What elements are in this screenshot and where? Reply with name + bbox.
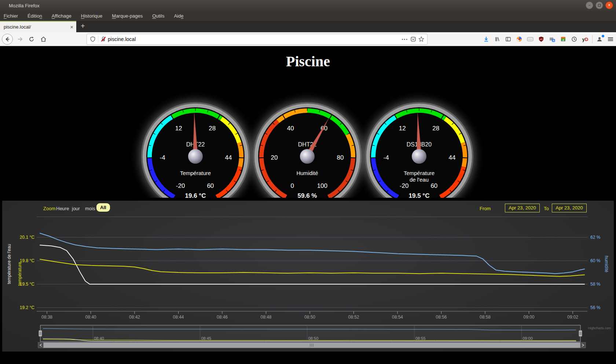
extension-pinwheel-icon[interactable] — [514, 34, 525, 45]
gauge-pivot — [300, 149, 315, 164]
toolbar-separator — [592, 35, 593, 43]
y-axis-title-humidity: humidité — [604, 256, 609, 272]
menu-edition[interactable]: Édition — [27, 13, 42, 19]
reload-button[interactable] — [27, 34, 36, 44]
navigator-handle-right[interactable] — [579, 330, 582, 337]
gauge-series-label: Température — [180, 170, 211, 176]
chart-container: Zoom Heure jour mois All From Apr 23, 20… — [2, 201, 614, 352]
download-icon[interactable] — [481, 34, 492, 45]
page-content: Piscine -20-412284460DHT22Température19.… — [0, 46, 616, 364]
y-axis-title-temp: température — [17, 262, 22, 286]
tab-close-icon[interactable]: × — [70, 24, 73, 30]
x-axis-label: 09:02 — [567, 315, 578, 320]
x-axis-label: 08:40 — [85, 315, 96, 320]
tracking-shield-icon[interactable] — [90, 36, 96, 42]
y-right-label: 62 % — [590, 235, 601, 240]
gauge-tick-label: 12 — [175, 125, 182, 132]
x-axis-label: 08:42 — [129, 315, 140, 320]
gauge-tick-label: -20 — [176, 182, 185, 189]
window-titlebar: Mozilla Firefox − × — [0, 0, 616, 11]
x-axis-label: 08:44 — [173, 315, 184, 320]
back-button[interactable] — [2, 34, 13, 45]
urlbar-separator — [98, 36, 98, 42]
svg-text:2: 2 — [562, 38, 564, 42]
bookmark-star-icon[interactable] — [418, 36, 424, 42]
new-tab-button[interactable]: + — [76, 21, 89, 32]
gauge-tick-label: 60 — [430, 182, 437, 189]
y-axis-title-water-temp: température de l'eau — [7, 244, 12, 284]
menu-affichage[interactable]: Affichage — [52, 13, 72, 19]
ydl-icon[interactable]: yD — [580, 34, 591, 45]
menu-marque-pages[interactable]: Marque-pages — [112, 13, 143, 19]
svg-text:uO: uO — [540, 38, 543, 40]
reload-icon — [29, 36, 34, 42]
url-text[interactable]: piscine.local — [108, 36, 402, 42]
svg-text:A: A — [553, 39, 554, 41]
tab-piscine-local[interactable]: piscine.local/ × — [0, 21, 76, 32]
minimize-button[interactable]: − — [586, 1, 593, 9]
gauge-value: 59.6 % — [298, 192, 317, 198]
forward-button[interactable] — [15, 34, 25, 44]
navigator-handle-left[interactable] — [39, 330, 42, 337]
x-axis-label: 09:00 — [523, 315, 534, 320]
navigator-label: 08:50 — [308, 336, 319, 341]
x-axis-label: 08:48 — [260, 315, 271, 320]
timeseries-chart: 08:3808:4008:4208:4408:4608:4808:5008:52… — [2, 201, 614, 352]
gauge-series-label-2: de l'eau — [410, 177, 429, 183]
y-right-label: 60 % — [590, 258, 601, 263]
overflow-dashes-icon[interactable]: ···· — [525, 34, 536, 45]
gauge-pivot — [412, 149, 426, 164]
translate-icon[interactable]: A — [547, 34, 558, 45]
menu-historique[interactable]: Historique — [81, 13, 103, 19]
menu-outils[interactable]: Outils — [152, 13, 164, 19]
gauge-series-label: Humidité — [296, 170, 318, 176]
gauge-tick-label: 12 — [399, 125, 406, 132]
gauge-pivot — [188, 149, 203, 164]
highcharts-credits[interactable]: Highcharts.com — [588, 326, 611, 330]
scrollbar-left-arrow[interactable] — [38, 342, 43, 348]
navigator-label: 08:45 — [201, 336, 211, 341]
gauge-tick-label: 44 — [448, 154, 455, 161]
ublock-icon[interactable]: uO — [536, 34, 547, 45]
scrollbar-right-arrow[interactable] — [580, 342, 586, 348]
pocket-icon[interactable] — [410, 36, 416, 42]
maximize-button[interactable] — [595, 1, 603, 9]
x-axis-label: 08:38 — [41, 315, 52, 320]
tab-title: piscine.local/ — [4, 24, 67, 30]
forward-icon — [17, 36, 23, 42]
menu-fichier[interactable]: Fichier — [4, 13, 18, 19]
gauge-tick-label: 100 — [317, 182, 327, 189]
maximize-icon — [598, 4, 601, 7]
sidebar-icon[interactable] — [503, 34, 514, 45]
navigator-label: 09:00 — [522, 336, 533, 341]
navigation-toolbar: piscine.local ••• ···· uO A — [0, 32, 616, 46]
page-actions-icon[interactable]: ••• — [402, 37, 408, 41]
gauge-value: 19.6 °C — [185, 192, 206, 198]
menu-aide[interactable]: Aide — [174, 13, 183, 19]
library-icon[interactable] — [492, 34, 503, 45]
tab-bar: piscine.local/ × + — [0, 21, 616, 32]
gauge-series-label: Température — [404, 170, 434, 176]
navigator-label: 08:55 — [415, 336, 426, 341]
gauge-tick-label: 20 — [271, 154, 278, 161]
gauge-tick-label: -4 — [160, 154, 165, 161]
home-button[interactable] — [38, 34, 48, 44]
x-axis-label: 08:58 — [480, 315, 491, 320]
url-bar[interactable]: piscine.local ••• — [87, 34, 428, 45]
gauge-tick-label: 40 — [287, 125, 294, 132]
calendar-2-icon[interactable]: 2 — [558, 34, 569, 45]
gauge-tick-label: 0 — [290, 182, 294, 189]
history-clock-icon[interactable] — [569, 34, 580, 45]
gauge-tick-label: 44 — [225, 154, 232, 161]
gauge-temperature: -20-412284460DHT22Température19.6 °C — [141, 102, 250, 198]
gauge-tick-label: 28 — [209, 125, 216, 132]
account-icon[interactable] — [594, 34, 605, 45]
menu-icon[interactable] — [605, 34, 616, 45]
gauge-humidite: 020406080100DHT22Humidité59.6 % — [253, 102, 362, 198]
broken-lock-icon[interactable] — [100, 36, 106, 42]
page-title: Piscine — [0, 53, 616, 70]
back-icon — [4, 36, 10, 42]
x-axis-label: 08:54 — [392, 315, 403, 320]
close-button[interactable]: × — [605, 1, 613, 9]
x-axis-label: 08:56 — [436, 315, 447, 320]
